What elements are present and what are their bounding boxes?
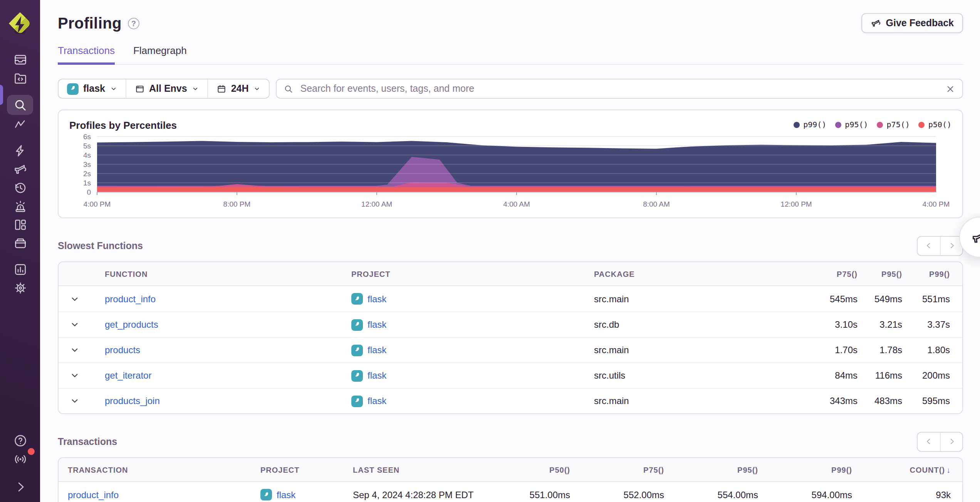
project-link[interactable]: flask: [277, 489, 295, 500]
environment-filter[interactable]: All Envs: [125, 79, 207, 98]
settings-icon[interactable]: [7, 278, 33, 297]
legend-label: p75(): [887, 120, 910, 129]
p75-cell: 343ms: [813, 396, 858, 406]
search-input[interactable]: [299, 83, 940, 95]
project-cell: flask: [351, 319, 594, 330]
next-page-button[interactable]: [940, 432, 962, 451]
function-link[interactable]: get_iterator: [105, 370, 151, 381]
tab-transactions[interactable]: Transactions: [58, 45, 115, 65]
explore-icon[interactable]: [7, 95, 33, 115]
dashboards-icon[interactable]: [7, 215, 33, 234]
svg-text:2s: 2s: [83, 170, 91, 178]
page-filter-bar: flask All Envs 24H: [58, 79, 270, 99]
chevron-down-icon: [192, 85, 199, 92]
p99-cell: 200ms: [902, 370, 950, 381]
stats-icon[interactable]: [7, 260, 33, 278]
col-header-p99[interactable]: P99(): [758, 465, 852, 474]
slowest-functions-header-row: FUNCTION PROJECT PACKAGE P75() P95() P99…: [59, 262, 962, 286]
quick-start-icon[interactable]: [7, 141, 33, 160]
transactions-header-row: TRANSACTION PROJECT LAST SEEN P50() P75(…: [59, 458, 962, 482]
expand-row-button[interactable]: [69, 396, 80, 406]
help-icon[interactable]: [7, 431, 33, 450]
function-link[interactable]: products: [105, 345, 140, 355]
col-header-p50[interactable]: P50(): [476, 465, 570, 474]
col-header-p75[interactable]: P75(): [570, 465, 664, 474]
main-content: Profiling ? Give Feedback Transactions F…: [40, 0, 980, 502]
function-cell: product_info: [92, 293, 351, 304]
project-cell: flask: [260, 489, 353, 500]
tab-flamegraph[interactable]: Flamegraph: [133, 45, 187, 65]
project-link[interactable]: flask: [368, 319, 386, 330]
projects-icon[interactable]: [7, 69, 33, 87]
slowest-functions-heading: Slowest Functions: [58, 240, 143, 251]
prev-page-button[interactable]: [918, 236, 940, 255]
function-cell: products_join: [92, 396, 351, 406]
col-header-count[interactable]: COUNT()↓: [852, 465, 951, 474]
page-help-icon[interactable]: ?: [128, 17, 139, 29]
expand-row-button[interactable]: [69, 345, 80, 355]
project-link[interactable]: flask: [368, 396, 386, 406]
col-header-p99[interactable]: P99(): [902, 270, 950, 278]
table-row: product_infoflasksrc.main545ms549ms551ms: [59, 286, 962, 312]
project-link[interactable]: flask: [368, 293, 386, 304]
svg-text:4s: 4s: [83, 151, 91, 159]
date-range-filter[interactable]: 24H: [207, 79, 269, 98]
col-header-p75[interactable]: P75(): [813, 270, 858, 278]
function-cell: products: [92, 345, 351, 355]
function-cell: get_products: [92, 319, 351, 330]
project-filter[interactable]: flask: [59, 79, 125, 98]
search-bar: [276, 79, 963, 99]
alerts-icon[interactable]: [7, 197, 33, 215]
give-feedback-button[interactable]: Give Feedback: [861, 13, 963, 33]
flask-project-icon: [351, 370, 363, 381]
slowest-functions-table: FUNCTION PROJECT PACKAGE P75() P95() P99…: [58, 261, 963, 414]
package-cell: src.utils: [594, 370, 813, 381]
col-header-p95[interactable]: P95(): [858, 270, 902, 278]
issues-icon[interactable]: [7, 50, 33, 69]
flask-project-icon: [351, 395, 363, 407]
slowest-functions-pager: [917, 236, 963, 256]
transaction-cell: product_info: [68, 489, 260, 500]
expand-row-button[interactable]: [69, 370, 80, 381]
megaphone-icon: [971, 229, 980, 246]
legend-item-p99[interactable]: p99(): [793, 120, 826, 129]
function-link[interactable]: products_join: [105, 396, 160, 406]
svg-text:8:00 AM: 8:00 AM: [643, 200, 670, 208]
function-cell: get_iterator: [92, 370, 351, 381]
releases-icon[interactable]: [7, 234, 33, 252]
flask-project-icon: [351, 319, 363, 330]
expand-row-button[interactable]: [69, 319, 80, 330]
traces-icon[interactable]: [7, 115, 33, 133]
legend-item-p95[interactable]: p95(): [835, 120, 868, 129]
table-row: get_productsflasksrc.db3.10s3.21s3.37s: [59, 312, 962, 337]
whats-new-icon[interactable]: [7, 450, 33, 468]
col-header-p95[interactable]: P95(): [664, 465, 758, 474]
table-row: product_infoflaskSep 4, 2024 4:28:28 PM …: [59, 482, 962, 502]
function-link[interactable]: get_products: [105, 319, 158, 330]
p95-cell: 116ms: [858, 370, 902, 381]
expander-cell: [59, 396, 92, 406]
project-link[interactable]: flask: [368, 370, 386, 381]
expand-row-button[interactable]: [69, 293, 80, 304]
project-link[interactable]: flask: [368, 345, 386, 355]
clear-search-icon[interactable]: [945, 84, 955, 94]
legend-item-p75[interactable]: p75(): [877, 120, 910, 129]
feedback-icon[interactable]: [7, 160, 33, 178]
active-nav-indicator: [0, 85, 3, 105]
prev-page-button[interactable]: [918, 432, 940, 451]
flask-project-icon: [67, 83, 79, 94]
sidebar-collapse-icon[interactable]: [7, 477, 33, 496]
replays-icon[interactable]: [7, 178, 33, 197]
calendar-icon: [216, 84, 227, 94]
p50-cell: 551.00ms: [476, 489, 570, 500]
transaction-link[interactable]: product_info: [68, 489, 119, 500]
search-icon: [284, 84, 294, 94]
p75-cell: 552.00ms: [570, 489, 664, 500]
project-cell: flask: [351, 395, 594, 407]
give-feedback-label: Give Feedback: [886, 18, 954, 29]
notification-dot: [28, 448, 35, 455]
app-logo[interactable]: [7, 10, 33, 39]
p95-cell: 3.21s: [858, 319, 902, 330]
legend-item-p50[interactable]: p50(): [918, 120, 951, 129]
function-link[interactable]: product_info: [105, 293, 156, 304]
